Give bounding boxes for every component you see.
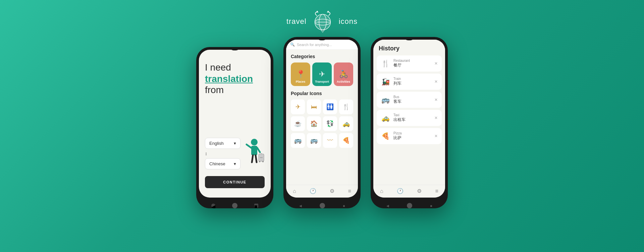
icon-fork[interactable]: 🍴 [339, 99, 353, 114]
train-text: Train 列车 [393, 77, 431, 86]
restaurant-icon: 🍴 [381, 59, 390, 68]
page-container: travel icons [0, 0, 644, 252]
restaurant-en: Restaurant [393, 59, 431, 62]
recent-btn-2[interactable]: ■ [343, 204, 345, 208]
bus-zh: 客车 [393, 99, 431, 104]
pizza-close[interactable]: ✕ [434, 134, 438, 138]
traveler-illustration [243, 137, 266, 171]
train-close[interactable]: ✕ [434, 79, 438, 84]
svg-point-7 [251, 139, 258, 145]
bus-icon: 🚌 [381, 96, 390, 104]
search-icon: 🔍 [290, 42, 295, 47]
icon-bus[interactable]: 🚌 [291, 133, 305, 148]
icon-taxi[interactable]: 🚕 [339, 116, 353, 131]
header-title-left: travel [286, 17, 307, 26]
svg-line-11 [252, 155, 253, 162]
category-places[interactable]: 📍 Places [291, 62, 310, 86]
category-cards: 📍 Places ✈ Transport 🚴 Activities [291, 62, 353, 86]
search-bar[interactable]: 🔍 Search for anything... [286, 40, 358, 50]
header-title-right: icons [339, 17, 358, 26]
category-transport[interactable]: ✈ Transport [312, 62, 332, 86]
nav-home-icon-3[interactable]: ⌂ [380, 188, 383, 194]
home-btn-2[interactable] [320, 203, 325, 208]
from-language-dropdown[interactable]: English ▾ [205, 138, 240, 149]
train-zh: 列车 [393, 81, 431, 86]
recent-btn[interactable]: ■ [254, 204, 258, 208]
back-btn-3[interactable]: ◀ [386, 204, 389, 208]
phone-bottom-3: ◀ ■ [371, 200, 448, 208]
history-header: History [373, 40, 445, 55]
back-btn[interactable]: ◀ [211, 204, 215, 208]
icon-bus2[interactable]: 🚌 [307, 133, 321, 148]
icon-home[interactable]: 🏠 [307, 116, 321, 131]
activities-icon: 🚴 [339, 70, 348, 79]
icon-coffee[interactable]: ☕ [291, 116, 305, 131]
train-en: Train [393, 77, 431, 81]
categories-title: Categories [291, 54, 353, 59]
category-activities[interactable]: 🚴 Activities [334, 62, 353, 86]
recent-btn-3[interactable]: ■ [430, 204, 432, 208]
icon-restroom[interactable]: 🚻 [323, 99, 337, 114]
bus-en: Bus [393, 95, 431, 99]
bus-close[interactable]: ✕ [434, 97, 438, 102]
search-placeholder: Search for anything... [297, 43, 332, 47]
icon-plane[interactable]: ✈ [291, 99, 305, 114]
back-btn-2[interactable]: ◀ [299, 204, 302, 208]
svg-point-16 [259, 161, 260, 162]
icon-wave[interactable]: 〰 [323, 133, 337, 148]
nav-history-icon-3[interactable]: 🕐 [397, 188, 404, 194]
history-item-pizza[interactable]: 🍕 Pizza 比萨 ✕ [377, 128, 442, 144]
pizza-text: Pizza 比萨 [393, 131, 431, 141]
phone-categories: 🔍 Search for anything... Categories 📍 Pl… [283, 37, 361, 208]
nav-menu-icon[interactable]: ≡ [348, 188, 351, 194]
home-btn-3[interactable] [407, 203, 412, 208]
transport-label: Transport [315, 80, 329, 83]
swap-arrows[interactable]: ↕ [205, 151, 240, 156]
train-icon: 🚂 [381, 78, 390, 86]
icon-bed[interactable]: 🛏 [307, 99, 321, 114]
pizza-icon: 🍕 [381, 132, 390, 140]
categories-section: Categories 📍 Places ✈ Transport 🚴 Acti [286, 50, 358, 152]
svg-marker-6 [321, 30, 324, 32]
dropdown-arrow-2: ▾ [234, 161, 236, 166]
taxi-text: Taxi 出租车 [393, 113, 431, 123]
dropdown-arrow: ▾ [234, 141, 236, 146]
places-icon: 📍 [296, 70, 305, 79]
svg-marker-5 [327, 11, 329, 12]
to-language-value: Chinese [209, 161, 225, 166]
restaurant-text: Restaurant 餐厅 [393, 59, 431, 68]
phone-screen-3: History 🍴 Restaurant 餐厅 ✕ 🚂 [373, 40, 445, 198]
taxi-close[interactable]: ✕ [434, 116, 438, 120]
from-language-value: English [209, 141, 224, 146]
history-item-restaurant[interactable]: 🍴 Restaurant 餐厅 ✕ [377, 55, 442, 72]
phone-nav-3: ⌂ 🕐 ⚙ ≡ [373, 185, 445, 198]
nav-menu-icon-3[interactable]: ≡ [435, 188, 438, 194]
continue-button[interactable]: CONTINUE [205, 176, 265, 188]
nav-home-icon[interactable]: ⌂ [293, 188, 296, 194]
taxi-zh: 出租车 [393, 117, 431, 123]
icon-exchange[interactable]: 💱 [323, 116, 337, 131]
svg-point-17 [262, 161, 264, 162]
phone-bottom-1: ◀ ■ [196, 200, 273, 208]
history-item-train[interactable]: 🚂 Train 列车 ✕ [377, 74, 442, 90]
pizza-zh: 比萨 [393, 135, 431, 141]
restaurant-close[interactable]: ✕ [434, 61, 438, 66]
history-item-taxi[interactable]: 🚕 Taxi 出租车 ✕ [377, 110, 442, 126]
popular-icons-grid: ✈ 🛏 🚻 🍴 ☕ 🏠 💱 🚕 🚌 🚌 〰 🍕 [291, 99, 353, 148]
activities-label: Activities [337, 80, 350, 83]
phone-screen-1: I need translation from [199, 50, 271, 198]
translation-headline: I need translation from [205, 62, 265, 96]
nav-settings-icon-3[interactable]: ⚙ [417, 188, 422, 194]
phone-bottom-2: ◀ ■ [283, 200, 361, 208]
home-btn[interactable] [232, 203, 237, 208]
dropdown-section: English ▾ ↕ Chinese ▾ [205, 138, 240, 171]
bus-text: Bus 客车 [393, 95, 431, 104]
nav-settings-icon[interactable]: ⚙ [330, 188, 334, 194]
taxi-icon: 🚕 [381, 114, 390, 122]
nav-history-icon[interactable]: 🕐 [310, 188, 316, 194]
to-language-dropdown[interactable]: Chinese ▾ [205, 158, 240, 169]
phone-nav-2: ⌂ 🕐 ⚙ ≡ [286, 185, 358, 198]
icon-pizza[interactable]: 🍕 [339, 133, 353, 148]
history-item-bus[interactable]: 🚌 Bus 客车 ✕ [377, 92, 442, 108]
popular-icons-title: Popular Icons [291, 91, 353, 96]
